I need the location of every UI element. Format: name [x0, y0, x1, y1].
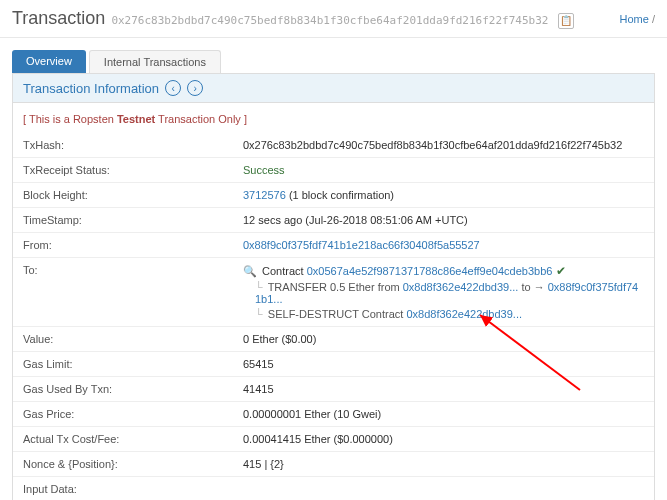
label-gaslimit: Gas Limit:	[23, 358, 243, 370]
value-receipt: Success	[243, 164, 644, 176]
row-gaslimit: Gas Limit: 65415	[13, 351, 654, 376]
selfd-text: SELF-DESTRUCT Contract	[265, 308, 407, 320]
ropsten-close: Transaction Only ]	[155, 113, 247, 125]
from-link[interactable]: 0x88f9c0f375fdf741b1e218ac66f30408f5a555…	[243, 239, 480, 251]
transfer-text: TRANSFER 0.5 Ether from	[265, 281, 403, 293]
next-tx-icon[interactable]: ›	[187, 80, 203, 96]
row-to: To: 🔍 Contract 0x0567a4e52f9871371788c86…	[13, 257, 654, 326]
selfd-link[interactable]: 0x8d8f362e422dbd39...	[406, 308, 522, 320]
label-gasprice: Gas Price:	[23, 408, 243, 420]
value-txhash: 0x276c83b2bdbd7c490c75bedf8b834b1f30cfbe…	[243, 139, 644, 151]
ropsten-notice: [ This is a Ropsten Testnet Transaction …	[13, 103, 654, 133]
tab-overview[interactable]: Overview	[12, 50, 86, 73]
search-icon[interactable]: 🔍	[243, 265, 257, 277]
label-txhash: TxHash:	[23, 139, 243, 151]
label-cost: Actual Tx Cost/Fee:	[23, 433, 243, 445]
breadcrumb-home[interactable]: Home	[620, 13, 649, 25]
label-gasused: Gas Used By Txn:	[23, 383, 243, 395]
transfer-to-word: to →	[518, 281, 547, 293]
row-block: Block Height: 3712576 (1 block confirmat…	[13, 182, 654, 207]
page-title: Transaction	[12, 8, 105, 29]
row-receipt: TxReceipt Status: Success	[13, 157, 654, 182]
row-from: From: 0x88f9c0f375fdf741b1e218ac66f30408…	[13, 232, 654, 257]
value-value: 0 Ether ($0.00)	[243, 333, 644, 345]
tab-internal[interactable]: Internal Transactions	[89, 50, 221, 73]
label-timestamp: TimeStamp:	[23, 214, 243, 226]
value-gasprice: 0.00000001 Ether (10 Gwei)	[243, 408, 644, 420]
check-icon: ✔	[556, 264, 566, 278]
copy-icon[interactable]: 📋	[558, 13, 574, 29]
value-cost: 0.00041415 Ether ($0.000000)	[243, 433, 644, 445]
info-panel: Transaction Information ‹ › [ This is a …	[12, 73, 655, 500]
tree-icon: └	[255, 308, 263, 320]
label-nonce: Nonce & {Position}:	[23, 458, 243, 470]
value-nonce: 415 | {2}	[243, 458, 644, 470]
label-to: To:	[23, 264, 243, 276]
block-conf: (1 block confirmation)	[286, 189, 394, 201]
row-timestamp: TimeStamp: 12 secs ago (Jul-26-2018 08:5…	[13, 207, 654, 232]
label-receipt: TxReceipt Status:	[23, 164, 243, 176]
selfdestruct-line: └ SELF-DESTRUCT Contract 0x8d8f362e422db…	[243, 308, 644, 320]
tree-icon: └	[255, 281, 263, 293]
transfer-from-link[interactable]: 0x8d8f362e422dbd39...	[403, 281, 519, 293]
label-from: From:	[23, 239, 243, 251]
row-cost: Actual Tx Cost/Fee: 0.00041415 Ether ($0…	[13, 426, 654, 451]
panel-title: Transaction Information	[23, 81, 159, 96]
header-left: Transaction 0x276c83b2bdbd7c490c75bedf8b…	[12, 8, 574, 29]
value-to: 🔍 Contract 0x0567a4e52f9871371788c86e4ef…	[243, 264, 644, 320]
tabs: Overview Internal Transactions	[12, 50, 655, 73]
value-timestamp: 12 secs ago (Jul-26-2018 08:51:06 AM +UT…	[243, 214, 644, 226]
page-header: Transaction 0x276c83b2bdbd7c490c75bedf8b…	[0, 0, 667, 38]
value-gasused: 41415	[243, 383, 644, 395]
prev-tx-icon[interactable]: ‹	[165, 80, 181, 96]
breadcrumb-sep: /	[649, 13, 655, 25]
value-from: 0x88f9c0f375fdf741b1e218ac66f30408f5a555…	[243, 239, 644, 251]
ropsten-open: [ This is a Ropsten	[23, 113, 117, 125]
row-gasused: Gas Used By Txn: 41415	[13, 376, 654, 401]
tx-fields: TxHash: 0x276c83b2bdbd7c490c75bedf8b834b…	[13, 133, 654, 500]
label-block: Block Height:	[23, 189, 243, 201]
value-gaslimit: 65415	[243, 358, 644, 370]
row-value: Value: 0 Ether ($0.00)	[13, 326, 654, 351]
row-gasprice: Gas Price: 0.00000001 Ether (10 Gwei)	[13, 401, 654, 426]
contract-word: Contract	[259, 265, 307, 277]
row-nonce: Nonce & {Position}: 415 | {2}	[13, 451, 654, 476]
transfer-line: └ TRANSFER 0.5 Ether from 0x8d8f362e422d…	[243, 281, 644, 305]
block-link[interactable]: 3712576	[243, 189, 286, 201]
row-inputdata: Input Data:	[13, 476, 654, 500]
row-txhash: TxHash: 0x276c83b2bdbd7c490c75bedf8b834b…	[13, 133, 654, 157]
to-contract-link[interactable]: 0x0567a4e52f9871371788c86e4eff9e04cdeb3b…	[307, 265, 553, 277]
header-hash: 0x276c83b2bdbd7c490c75bedf8b834b1f30cfbe…	[111, 14, 548, 27]
ropsten-bold: Testnet	[117, 113, 155, 125]
value-block: 3712576 (1 block confirmation)	[243, 189, 644, 201]
breadcrumb: Home /	[620, 13, 655, 25]
label-inputdata: Input Data:	[23, 483, 243, 495]
label-value: Value:	[23, 333, 243, 345]
panel-head: Transaction Information ‹ ›	[13, 74, 654, 103]
